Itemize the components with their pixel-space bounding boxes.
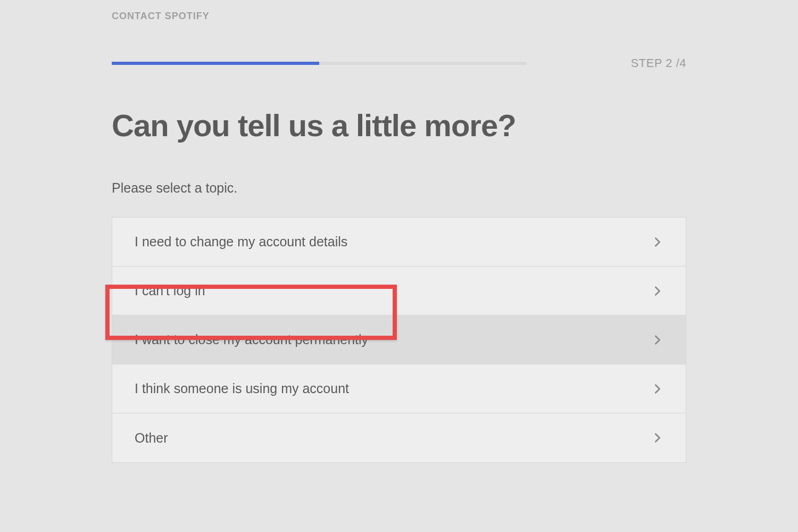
option-label: I need to change my account details: [135, 234, 347, 250]
option-other[interactable]: Other: [112, 413, 686, 462]
chevron-right-icon: [652, 285, 663, 297]
option-change-account-details[interactable]: I need to change my account details: [112, 218, 686, 267]
chevron-right-icon: [652, 432, 663, 444]
page-subheading: Please select a topic.: [112, 180, 686, 196]
option-someone-using-account[interactable]: I think someone is using my account: [112, 364, 686, 413]
progress-row: STEP 2 /4: [112, 56, 686, 70]
step-label: STEP 2 /4: [631, 56, 686, 70]
option-close-account[interactable]: I want to close my account permanently: [112, 315, 686, 364]
page-title: Can you tell us a little more?: [112, 107, 686, 143]
chevron-right-icon: [652, 236, 663, 248]
option-cant-log-in[interactable]: I can't log in: [112, 267, 686, 315]
option-label: I can't log in: [135, 283, 205, 298]
breadcrumb: CONTACT SPOTIFY: [112, 11, 686, 22]
chevron-right-icon: [652, 334, 663, 346]
progress-bar: [112, 62, 527, 65]
option-label: I want to close my account permanently: [135, 332, 368, 347]
option-label: I think someone is using my account: [135, 381, 349, 396]
topic-option-list: I need to change my account details I ca…: [112, 217, 686, 463]
option-label: Other: [135, 430, 168, 446]
chevron-right-icon: [652, 383, 663, 395]
progress-fill: [112, 62, 319, 65]
